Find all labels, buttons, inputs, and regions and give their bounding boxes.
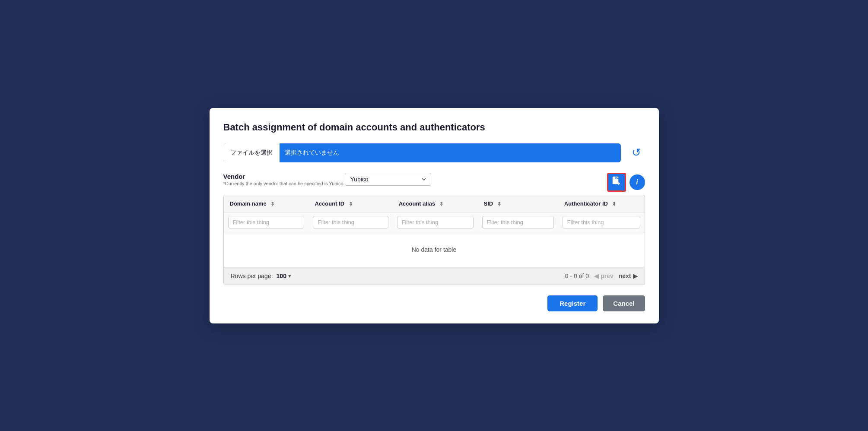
no-data-message: No data for table <box>224 232 645 267</box>
filter-input-domain-name[interactable] <box>228 216 305 228</box>
prev-chevron-icon: ◀ <box>594 273 599 279</box>
rows-count-value: 100 <box>277 273 286 279</box>
export-button[interactable] <box>607 173 626 192</box>
filter-input-account-alias[interactable] <box>397 216 474 228</box>
pagination-nav: 0 - 0 of 0 ◀ prev next ▶ <box>565 273 638 279</box>
next-button[interactable]: next ▶ <box>619 273 638 279</box>
filter-cell-account-id <box>308 212 392 232</box>
sort-icon-authenticator-id[interactable]: ⇕ <box>612 201 616 207</box>
export-icon <box>612 176 621 188</box>
filter-cell-sid <box>478 212 558 232</box>
info-button[interactable]: i <box>630 174 645 190</box>
sort-icon-sid[interactable]: ⇕ <box>497 201 501 207</box>
filter-cell-domain-name <box>224 212 309 232</box>
vendor-label-group: Vendor *Currently the only vendor that c… <box>223 173 345 186</box>
register-button[interactable]: Register <box>547 295 598 311</box>
pagination-inner: Rows per page: 100 ▼ 0 - 0 of 0 <box>231 273 638 279</box>
table-container: Domain name ⇕ Account ID ⇕ Account alias… <box>223 195 645 285</box>
footer-buttons: Register Cancel <box>223 295 645 311</box>
no-data-row: No data for table <box>224 232 645 267</box>
filter-input-authenticator-id[interactable] <box>563 216 640 228</box>
pagination-row: Rows per page: 100 ▼ 0 - 0 of 0 <box>224 267 645 285</box>
prev-button[interactable]: ◀ prev <box>594 273 614 279</box>
filter-input-account-id[interactable] <box>313 216 388 228</box>
prev-label: prev <box>601 273 614 279</box>
pagination-cell: Rows per page: 100 ▼ 0 - 0 of 0 <box>224 267 645 285</box>
filter-cell-authenticator-id <box>558 212 645 232</box>
col-authenticator-id-label: Authenticator ID <box>564 200 608 207</box>
rows-per-page-group: Rows per page: 100 ▼ <box>231 273 292 279</box>
next-label: next <box>619 273 631 279</box>
modal-container: Batch assignment of domain accounts and … <box>210 108 659 323</box>
action-icons: i <box>607 173 645 192</box>
file-choose-button[interactable]: ファイルを選択 <box>223 143 280 162</box>
reset-button[interactable]: ↺ <box>628 144 645 162</box>
rows-per-page-label: Rows per page: <box>231 273 273 279</box>
vendor-note: *Currently the only vendor that can be s… <box>223 181 345 186</box>
col-account-id-label: Account ID <box>315 200 344 207</box>
col-sid: SID ⇕ <box>478 195 558 212</box>
modal-title: Batch assignment of domain accounts and … <box>223 122 645 133</box>
col-authenticator-id: Authenticator ID ⇕ <box>558 195 645 212</box>
col-domain-name-label: Domain name <box>230 200 267 207</box>
vendor-select-wrapper: Yubico <box>345 173 431 186</box>
col-account-alias: Account alias ⇕ <box>393 195 478 212</box>
sort-icon-account-id[interactable]: ⇕ <box>349 201 353 207</box>
col-domain-name: Domain name ⇕ <box>224 195 309 212</box>
rows-count-button[interactable]: 100 ▼ <box>277 273 292 279</box>
modal-overlay: Batch assignment of domain accounts and … <box>0 0 868 431</box>
col-sid-label: SID <box>484 200 493 207</box>
cancel-button[interactable]: Cancel <box>603 295 645 311</box>
table-filter-row <box>224 212 645 232</box>
file-no-selection-label: 選択されていません <box>280 149 339 157</box>
file-input-wrapper: ファイルを選択 選択されていません <box>223 143 621 162</box>
info-icon: i <box>636 178 638 186</box>
main-table: Domain name ⇕ Account ID ⇕ Account alias… <box>224 195 645 285</box>
vendor-label: Vendor <box>223 173 345 180</box>
col-account-id: Account ID ⇕ <box>308 195 392 212</box>
next-chevron-icon: ▶ <box>633 273 638 279</box>
col-account-alias-label: Account alias <box>399 200 436 207</box>
sort-icon-account-alias[interactable]: ⇕ <box>439 201 443 207</box>
vendor-row: Vendor *Currently the only vendor that c… <box>223 173 645 186</box>
vendor-select[interactable]: Yubico <box>345 173 431 186</box>
table-header-row: Domain name ⇕ Account ID ⇕ Account alias… <box>224 195 645 212</box>
reset-icon: ↺ <box>632 146 641 159</box>
rows-dropdown-arrow-icon: ▼ <box>287 273 292 279</box>
file-input-row: ファイルを選択 選択されていません ↺ <box>223 143 645 162</box>
sort-icon-domain-name[interactable]: ⇕ <box>270 201 274 207</box>
page-range: 0 - 0 of 0 <box>565 273 589 279</box>
filter-cell-account-alias <box>393 212 478 232</box>
filter-input-sid[interactable] <box>482 216 554 228</box>
